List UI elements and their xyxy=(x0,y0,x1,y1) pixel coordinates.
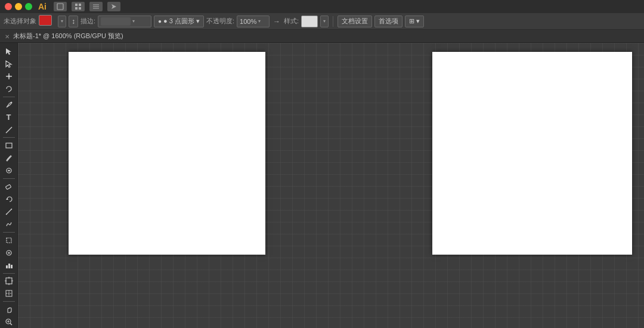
svg-marker-10 xyxy=(6,61,11,67)
tool-sep-4 xyxy=(3,232,15,233)
titlebar: Ai xyxy=(0,0,644,13)
svg-point-27 xyxy=(8,252,10,253)
svg-rect-2 xyxy=(79,4,81,6)
titlebar-icon-group xyxy=(54,2,120,11)
svg-line-22 xyxy=(6,209,12,215)
free-transform-tool[interactable] xyxy=(1,234,17,246)
svg-point-15 xyxy=(8,75,10,78)
scale-tool[interactable] xyxy=(1,206,17,218)
rect-tool[interactable] xyxy=(1,140,17,151)
separator-1 xyxy=(333,16,333,27)
line-tool[interactable] xyxy=(1,124,17,136)
svg-line-40 xyxy=(10,323,12,325)
type-icon: T xyxy=(7,113,11,122)
type-tool[interactable]: T xyxy=(1,112,17,123)
send-icon[interactable] xyxy=(107,2,120,11)
opacity-label: 不透明度: xyxy=(206,17,234,26)
preferences-btn[interactable]: 首选项 xyxy=(374,16,402,27)
shape-btn[interactable]: ● ● 3 点圆形 ▾ xyxy=(154,16,204,27)
tool-sep-2 xyxy=(3,137,15,138)
traffic-lights xyxy=(5,3,32,10)
close-button[interactable] xyxy=(5,3,12,10)
svg-rect-29 xyxy=(8,264,10,268)
warp-tool[interactable] xyxy=(1,218,17,230)
opacity-value: 100% xyxy=(240,18,256,25)
tab-title: 未标题-1* @ 1600% (RGB/GPU 预览) xyxy=(13,32,123,41)
stroke-preview xyxy=(101,17,131,26)
minimize-button[interactable] xyxy=(15,3,22,10)
pen-tool[interactable] xyxy=(1,99,17,111)
svg-rect-4 xyxy=(79,7,81,10)
svg-rect-25 xyxy=(7,238,11,243)
svg-point-16 xyxy=(10,101,12,103)
extra-dd-arrow: ▾ xyxy=(416,17,420,25)
stroke-dropdown[interactable]: ▾ xyxy=(98,16,151,27)
svg-marker-21 xyxy=(6,198,8,200)
zoom-tool[interactable] xyxy=(1,316,17,328)
stroke-icon-btn[interactable]: ↕ xyxy=(69,16,78,27)
graph-tool[interactable] xyxy=(1,259,17,271)
symbol-tool[interactable] xyxy=(1,247,17,259)
stroke-label: 描边: xyxy=(80,17,95,26)
svg-rect-0 xyxy=(57,4,63,10)
svg-rect-18 xyxy=(6,143,12,148)
svg-rect-31 xyxy=(6,278,12,284)
magic-wand-tool[interactable] xyxy=(1,70,17,82)
direct-select-tool[interactable] xyxy=(1,58,17,70)
svg-rect-3 xyxy=(75,7,78,10)
brush-tool[interactable] xyxy=(1,152,17,164)
tool-sep-5 xyxy=(3,273,15,274)
style-dd-arrow: ▾ xyxy=(323,18,326,24)
fill-dropdown-arrow: ▾ xyxy=(61,18,63,24)
svg-rect-30 xyxy=(11,265,13,268)
style-dropdown[interactable]: ▾ xyxy=(320,16,329,27)
stroke-icon: ↕ xyxy=(72,17,75,26)
svg-marker-8 xyxy=(112,4,116,9)
extra-icon: ⊞ xyxy=(409,17,414,25)
tab-close-btn[interactable]: ✕ xyxy=(5,33,11,39)
toolbox: T xyxy=(0,43,18,328)
no-selection-label: 未选择对象 xyxy=(4,17,36,26)
slice-tool[interactable] xyxy=(1,287,17,299)
fill-color-swatch[interactable] xyxy=(39,15,52,26)
preferences-label: 首选项 xyxy=(379,17,398,26)
hand-tool[interactable] xyxy=(1,304,17,315)
tool-sep-6 xyxy=(3,301,15,302)
tool-sep-1 xyxy=(3,97,15,97)
tabbar: ✕ 未标题-1* @ 1600% (RGB/GPU 预览) xyxy=(0,30,644,43)
artboard-tool[interactable] xyxy=(1,275,17,287)
shape-btn-label: ● 3 点圆形 xyxy=(163,17,194,26)
artboard-1 xyxy=(69,52,265,255)
artboard-2 xyxy=(432,52,632,255)
document-icon[interactable] xyxy=(54,2,67,11)
tool-sep-3 xyxy=(3,178,15,179)
grid-icon[interactable] xyxy=(72,2,85,11)
maximize-button[interactable] xyxy=(25,3,32,10)
svg-rect-1 xyxy=(75,4,78,6)
extra-btn[interactable]: ⊞ ▾ xyxy=(405,16,424,27)
svg-marker-9 xyxy=(6,48,11,55)
stroke-dd-arrow: ▾ xyxy=(132,18,135,24)
shape-dd-arrow: ▾ xyxy=(196,17,200,25)
blob-brush-tool[interactable] xyxy=(1,165,17,177)
select-tool[interactable] xyxy=(1,45,17,57)
fill-color-group[interactable] xyxy=(39,15,55,28)
main-area: T xyxy=(0,43,644,328)
svg-rect-28 xyxy=(6,265,8,268)
style-swatch[interactable] xyxy=(301,16,318,27)
eraser-tool[interactable] xyxy=(1,181,17,193)
lasso-tool[interactable] xyxy=(1,83,17,95)
shape-dot: ● xyxy=(158,18,162,24)
doc-settings-label: 文档设置 xyxy=(342,17,368,26)
svg-rect-20 xyxy=(5,184,11,189)
style-label: 样式: xyxy=(284,17,299,26)
arrow-icon: → xyxy=(273,17,280,26)
doc-settings-btn[interactable]: 文档设置 xyxy=(338,16,372,27)
canvas-area[interactable] xyxy=(18,43,644,328)
opacity-dd-arrow: ▾ xyxy=(258,18,261,24)
opacity-dropdown[interactable]: 100% ▾ xyxy=(237,16,270,27)
rotate-tool[interactable] xyxy=(1,193,17,205)
layers-icon[interactable] xyxy=(89,2,103,11)
fill-dropdown[interactable]: ▾ xyxy=(58,16,66,27)
toolbar: 未选择对象 ▾ ↕ 描边: ▾ ● ● 3 点圆形 ▾ 不透明度: 100% ▾… xyxy=(0,13,644,30)
